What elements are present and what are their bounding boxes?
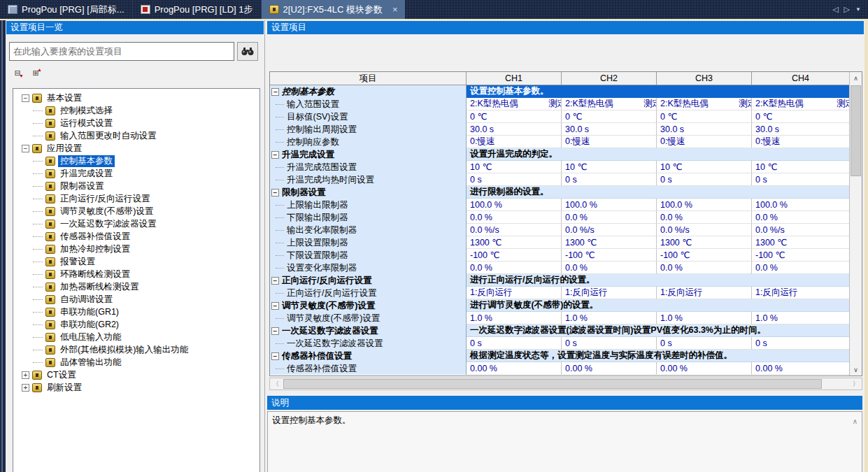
param-value-cell-ch3[interactable]: 0 s — [657, 173, 752, 186]
collapse-icon[interactable]: − — [271, 327, 279, 335]
param-label-cell[interactable]: −限制器设置 — [270, 186, 467, 199]
tree-item-13[interactable]: −报警设置 — [13, 255, 259, 268]
param-value-cell-ch4[interactable]: 1300 ℃ — [752, 236, 849, 249]
tab-scroll-right-icon[interactable]: ▷ — [844, 5, 850, 14]
tree-item-label[interactable]: 正向运行/反向运行设置 — [58, 193, 152, 205]
tab-scroll-left-icon[interactable]: ◁ — [832, 5, 838, 14]
collapse-icon[interactable]: − — [271, 189, 279, 196]
tree-item-label[interactable]: 调节灵敏度(不感带)设置 — [58, 206, 155, 217]
tree-item-5[interactable]: −控制基本参数 — [13, 155, 259, 167]
tree-item-3[interactable]: −输入范围更改时自动设置 — [13, 129, 259, 142]
param-value-cell-ch1[interactable]: 30.0 s — [467, 123, 562, 136]
tree-item-9[interactable]: −调节灵敏度(不感带)设置 — [13, 205, 259, 217]
param-value-cell-ch4[interactable]: 0 ℃ — [752, 110, 849, 123]
search-input[interactable] — [9, 42, 234, 61]
document-tab-0[interactable]: ProgPou [PRG] [局部标... — [0, 0, 133, 19]
param-label-cell[interactable]: 下限输出限制器 — [270, 211, 467, 224]
param-label-cell[interactable]: −控制基本参数 — [270, 85, 467, 98]
param-value-cell-ch3[interactable]: 0.0 % — [657, 262, 752, 274]
tab-menu-icon[interactable]: ▼ — [855, 6, 861, 13]
param-label-cell[interactable]: 调节灵敏度(不感带)设置 — [270, 312, 467, 324]
param-label-cell[interactable]: 上限输出限制器 — [270, 199, 467, 211]
param-value-cell-ch4[interactable]: 30.0 s — [752, 123, 849, 136]
param-value-cell-ch1[interactable]: 0.0 % — [467, 211, 562, 224]
section-description-cell[interactable]: 设置升温完成的判定。 — [467, 148, 849, 161]
scroll-left-icon[interactable]: 〈 — [270, 378, 282, 389]
section-description-cell[interactable]: 进行调节灵敏度(不感带)的设置。 — [467, 299, 849, 312]
tree-item-label[interactable]: 串联功能(GR2) — [58, 319, 121, 331]
param-label-cell[interactable]: 升温完成均热时间设置 — [270, 173, 467, 186]
tree-item-12[interactable]: −加热冷却控制设置 — [13, 243, 259, 255]
tree-item-label[interactable]: 输入范围更改时自动设置 — [58, 130, 159, 142]
param-label-cell[interactable]: 上限设置限制器 — [270, 236, 467, 249]
param-value-cell-ch1[interactable]: 2:K型热电偶测定 — [467, 98, 562, 110]
tree-item-label[interactable]: 升温完成设置 — [58, 168, 115, 180]
tree-item-label[interactable]: 加热器断线检测设置 — [58, 281, 141, 293]
vertical-scrollbar[interactable]: ∧ ∨ — [849, 72, 862, 376]
param-value-cell-ch3[interactable]: 0 ℃ — [657, 110, 752, 123]
tree-item-label[interactable]: 一次延迟数字滤波器设置 — [58, 218, 159, 230]
tree-item-4[interactable]: −应用设置 — [13, 142, 259, 155]
param-value-cell-ch4[interactable]: 1.0 % — [752, 312, 849, 324]
collapse-icon[interactable]: − — [271, 352, 279, 360]
param-value-cell-ch1[interactable]: 0:慢速 — [467, 136, 562, 148]
param-value-cell-ch4[interactable]: 0.00 % — [752, 362, 849, 375]
param-value-cell-ch4[interactable]: 10 ℃ — [752, 161, 849, 173]
param-value-cell-ch4[interactable]: 2:K型热电偶测定 — [752, 98, 849, 110]
param-value-cell-ch1[interactable]: 10 ℃ — [467, 161, 562, 173]
section-description-cell[interactable]: 进行正向运行/反向运行的设置。 — [467, 274, 849, 287]
param-label-cell[interactable]: 控制响应参数 — [270, 136, 467, 148]
tree-item-label[interactable]: 传感器补偿值设置 — [58, 231, 132, 243]
tree-item-23[interactable]: +刷新设置 — [13, 381, 259, 394]
param-value-cell-ch1[interactable]: 100.0 % — [467, 199, 562, 211]
param-value-cell-ch2[interactable]: 1.0 % — [562, 312, 657, 324]
tree-item-label[interactable]: 刷新设置 — [45, 382, 84, 394]
tree-item-0[interactable]: −基本设置 — [13, 92, 259, 104]
tab-close-icon[interactable]: × — [392, 4, 398, 15]
param-value-cell-ch4[interactable]: 0.0 % — [752, 262, 849, 274]
tree-item-label[interactable]: 报警设置 — [58, 256, 97, 268]
param-value-cell-ch1[interactable]: 1.0 % — [467, 312, 562, 324]
param-value-cell-ch2[interactable]: 10 ℃ — [562, 161, 657, 173]
param-value-cell-ch2[interactable]: 1300 ℃ — [562, 236, 657, 249]
expand-icon[interactable]: + — [22, 371, 29, 379]
param-value-cell-ch2[interactable]: 30.0 s — [562, 123, 657, 136]
vertical-scrollbar-thumb[interactable] — [851, 85, 861, 176]
param-value-cell-ch4[interactable]: 0.0 %/s — [752, 224, 849, 236]
section-description-cell[interactable]: 进行限制器的设置。 — [467, 186, 849, 199]
tree-item-7[interactable]: −限制器设置 — [13, 180, 259, 192]
section-description-cell[interactable]: 设置控制基本参数。 — [467, 85, 849, 98]
tree-item-16[interactable]: −自动调谐设置 — [13, 293, 259, 306]
tree-item-18[interactable]: −串联功能(GR2) — [13, 318, 259, 331]
param-label-cell[interactable]: 目标值(SV)设置 — [270, 110, 467, 123]
search-button[interactable] — [237, 42, 258, 61]
param-value-cell-ch3[interactable]: 0.0 %/s — [657, 224, 752, 236]
tree-item-15[interactable]: −加热器断线检测设置 — [13, 280, 259, 293]
tree-item-label[interactable]: 环路断线检测设置 — [58, 269, 132, 280]
tree-item-label[interactable]: 限制器设置 — [58, 180, 106, 192]
param-value-cell-ch1[interactable]: 0.0 % — [467, 262, 562, 274]
param-value-cell-ch2[interactable]: 0 ℃ — [562, 110, 657, 123]
param-label-cell[interactable]: −传感器补偿值设置 — [270, 350, 467, 362]
param-value-cell-ch3[interactable]: 1300 ℃ — [657, 236, 752, 249]
tree-item-10[interactable]: −一次延迟数字滤波器设置 — [13, 217, 259, 230]
tree-item-20[interactable]: −外部(其他模拟模块)输入输出功能 — [13, 343, 259, 356]
tree-item-label[interactable]: CT设置 — [45, 369, 78, 381]
tree-item-8[interactable]: −正向运行/反向运行设置 — [13, 192, 259, 205]
param-value-cell-ch4[interactable]: 100.0 % — [752, 199, 849, 211]
param-value-cell-ch2[interactable]: 0 s — [562, 337, 657, 350]
param-value-cell-ch2[interactable]: 0.0 % — [562, 262, 657, 274]
param-label-cell[interactable]: 控制输出周期设置 — [270, 123, 467, 136]
param-value-cell-ch2[interactable]: 0.0 %/s — [562, 224, 657, 236]
scroll-right-icon[interactable]: 〉 — [850, 378, 862, 389]
param-value-cell-ch2[interactable]: 1:反向运行 — [562, 287, 657, 299]
param-value-cell-ch1[interactable]: 1300 ℃ — [467, 236, 562, 249]
param-label-cell[interactable]: −升温完成设置 — [270, 148, 467, 161]
collapse-icon[interactable]: − — [22, 94, 29, 102]
section-description-cell[interactable]: 根据测定温度状态等，设置测定温度与实际温度有误差时的补偿值。 — [467, 350, 849, 362]
tree-item-label[interactable]: 加热冷却控制设置 — [58, 243, 132, 255]
param-label-cell[interactable]: −正向运行/反向运行设置 — [270, 274, 467, 287]
param-value-cell-ch1[interactable]: 0 s — [467, 337, 562, 350]
tree-item-label[interactable]: 外部(其他模拟模块)输入输出功能 — [58, 344, 190, 356]
collapse-all-icon[interactable]: ⊟▼ — [10, 66, 24, 79]
